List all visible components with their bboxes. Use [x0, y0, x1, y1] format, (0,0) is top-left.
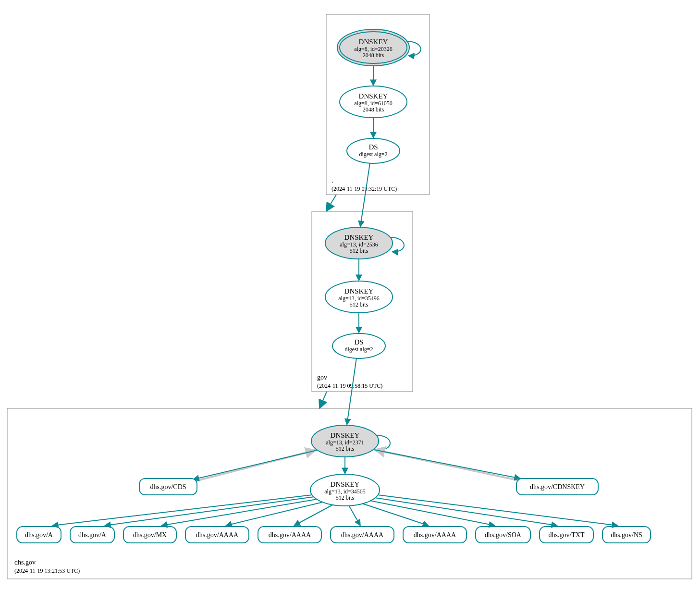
svg-text:2048 bits: 2048 bits	[363, 106, 384, 113]
node-dhs-mx: dhs.gov/MX	[123, 527, 176, 543]
edge-root-to-gov-zone	[327, 195, 336, 210]
svg-text:dhs.gov/CDNSKEY: dhs.gov/CDNSKEY	[530, 483, 585, 491]
edge-zsk-a2	[105, 497, 314, 526]
edge-zsk-aaaa4	[362, 503, 429, 526]
svg-text:dhs.gov/A: dhs.gov/A	[78, 531, 107, 539]
svg-text:alg=13, id=34505: alg=13, id=34505	[324, 488, 366, 495]
svg-text:alg=13, id=35496: alg=13, id=35496	[338, 295, 380, 302]
svg-text:dhs.gov/TXT: dhs.gov/TXT	[548, 531, 585, 539]
node-dhs-a1: dhs.gov/A	[17, 527, 61, 543]
node-dhs-cds: dhs.gov/CDS	[139, 479, 197, 495]
svg-text:dhs.gov/NS: dhs.gov/NS	[611, 531, 642, 539]
svg-text:digest alg=2: digest alg=2	[359, 151, 387, 158]
svg-text:DS: DS	[354, 338, 363, 346]
node-dhs-cdnskey: dhs.gov/CDNSKEY	[516, 479, 598, 495]
svg-text:dhs.gov/MX: dhs.gov/MX	[133, 531, 167, 539]
node-dhs-aaaa4: dhs.gov/AAAA	[403, 527, 467, 543]
svg-text:DNSKEY: DNSKEY	[344, 287, 374, 295]
svg-text:digest alg=2: digest alg=2	[344, 346, 373, 353]
zone-gov-time: (2024-11-19 09:58:15 UTC)	[317, 382, 382, 389]
svg-text:DS: DS	[368, 143, 378, 151]
svg-text:512 bits: 512 bits	[350, 301, 368, 308]
node-gov-ds: DS digest alg=2	[332, 333, 385, 358]
node-dhs-aaaa2: dhs.gov/AAAA	[258, 527, 321, 543]
svg-text:dhs.gov/AAAA: dhs.gov/AAAA	[414, 531, 456, 539]
svg-text:2048 bits: 2048 bits	[363, 52, 384, 59]
svg-text:dhs.gov/AAAA: dhs.gov/AAAA	[269, 531, 311, 539]
node-dhs-aaaa1: dhs.gov/AAAA	[185, 527, 249, 543]
svg-text:alg=13, id=2536: alg=13, id=2536	[340, 241, 378, 248]
svg-text:dhs.gov/A: dhs.gov/A	[25, 531, 53, 539]
node-dhs-ksk: DNSKEY alg=13, id=2371 512 bits	[311, 425, 379, 457]
svg-text:DNSKEY: DNSKEY	[359, 38, 388, 46]
edge-zsk-aaaa1	[226, 502, 323, 526]
svg-text:alg=8, id=20326: alg=8, id=20326	[354, 46, 393, 52]
node-gov-zsk: DNSKEY alg=13, id=35496 512 bits	[325, 281, 393, 313]
node-dhs-soa: dhs.gov/SOA	[476, 527, 530, 543]
svg-text:DNSKEY: DNSKEY	[331, 431, 360, 439]
node-dhs-txt: dhs.gov/TXT	[540, 527, 593, 543]
zone-dhs-name: dhs.gov	[14, 559, 36, 566]
zone-root-time: (2024-11-19 09:32:19 UTC)	[332, 185, 397, 192]
edge-gov-to-dhs-zone	[320, 392, 327, 407]
svg-text:512 bits: 512 bits	[336, 494, 355, 501]
svg-text:512 bits: 512 bits	[336, 445, 355, 452]
node-gov-ksk: DNSKEY alg=13, id=2536 512 bits	[325, 227, 393, 259]
edge-dhs-ksk-cds	[193, 450, 317, 479]
svg-text:dhs.gov/AAAA: dhs.gov/AAAA	[196, 531, 239, 539]
node-dhs-ns: dhs.gov/NS	[602, 527, 651, 543]
svg-text:alg=13, id=2371: alg=13, id=2371	[326, 439, 364, 446]
svg-text:512 bits: 512 bits	[350, 247, 368, 254]
node-dhs-a2: dhs.gov/A	[70, 527, 114, 543]
zone-gov-name: gov	[317, 374, 327, 381]
dnssec-graph: . (2024-11-19 09:32:19 UTC) DNSKEY alg=8…	[0, 0, 700, 614]
rr-row: dhs.gov/A dhs.gov/A dhs.gov/MX dhs.gov/A…	[17, 527, 651, 543]
node-root-zsk: DNSKEY alg=8, id=61050 2048 bits	[340, 86, 407, 118]
svg-text:dhs.gov/AAAA: dhs.gov/AAAA	[341, 531, 384, 539]
node-dhs-aaaa3: dhs.gov/AAAA	[331, 527, 394, 543]
svg-text:DNSKEY: DNSKEY	[344, 233, 374, 241]
edge-zsk-aaaa3	[349, 505, 360, 526]
svg-text:DNSKEY: DNSKEY	[359, 92, 388, 100]
svg-text:dhs.gov/CDS: dhs.gov/CDS	[150, 483, 186, 491]
svg-text:DNSKEY: DNSKEY	[331, 480, 360, 488]
svg-text:alg=8, id=61050: alg=8, id=61050	[354, 100, 393, 107]
svg-text:dhs.gov/SOA: dhs.gov/SOA	[485, 531, 522, 539]
node-dhs-zsk: DNSKEY alg=13, id=34505 512 bits	[310, 474, 380, 506]
node-root-ds: DS digest alg=2	[347, 138, 400, 163]
edge-zsk-a1	[52, 495, 312, 526]
zone-dhs-time: (2024-11-19 13:21:53 UTC)	[14, 567, 80, 574]
zone-root-name: .	[332, 177, 333, 184]
edge-zsk-txt	[375, 498, 557, 526]
node-root-ksk: DNSKEY alg=8, id=20326 2048 bits	[337, 29, 409, 66]
edge-dhs-ksk-cdnskey	[374, 450, 520, 479]
